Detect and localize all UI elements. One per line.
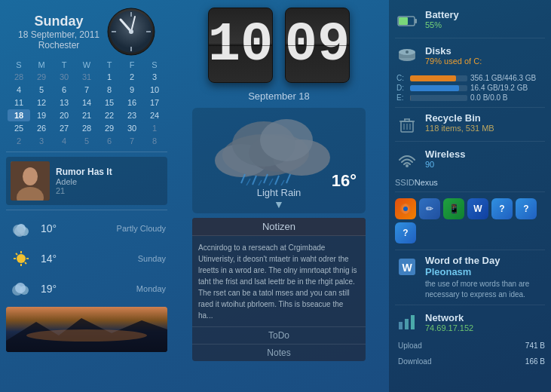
- cal-cell[interactable]: 17: [143, 96, 166, 109]
- wireless-icon: [395, 146, 419, 170]
- cal-cell[interactable]: 30: [53, 71, 75, 83]
- cal-cell[interactable]: 28: [75, 122, 98, 134]
- left-panel: Sunday 18 September, 2011 Rochester: [0, 0, 173, 392]
- cal-cell[interactable]: 8: [98, 84, 121, 96]
- cal-hdr-0: S: [8, 60, 30, 69]
- calendar: S M T W T F S 28 29 30 31 1 2 3 4 5 6 7 …: [8, 60, 166, 147]
- battery-title: Battery: [425, 9, 545, 20]
- wireless-svg-icon: [396, 148, 418, 169]
- notes-body[interactable]: Accnirdog to a rerseach at Crgimbade Uti…: [192, 236, 366, 326]
- cal-cell[interactable]: 16: [121, 96, 143, 109]
- ssid-row: SSID Nexus: [395, 178, 438, 187]
- cal-cell[interactable]: 19: [30, 109, 53, 121]
- disk-used-e: 0.0 B/0.0 B: [469, 93, 545, 103]
- svg-point-10: [23, 167, 38, 185]
- recycle-info: Recycle Bin 118 items, 531 MB: [425, 112, 545, 133]
- disk-row-e: E: 0.0 B/0.0 B: [395, 93, 545, 103]
- date-full: 18 September, 2011: [18, 29, 99, 40]
- weather-temp-0: 10°: [41, 222, 71, 234]
- disks-title: Disks: [425, 45, 545, 57]
- svg-line-42: [269, 179, 273, 185]
- network-icon: [395, 310, 419, 334]
- cal-cell[interactable]: 9: [121, 84, 143, 96]
- cal-cell[interactable]: 27: [53, 122, 75, 134]
- date-area: Sunday 18 September, 2011 Rochester: [0, 0, 173, 56]
- cal-cell[interactable]: 13: [53, 96, 75, 109]
- calendar-header: S M T W T F S: [8, 60, 166, 69]
- cal-cell[interactable]: 25: [8, 122, 30, 134]
- svg-point-16: [17, 254, 26, 263]
- cal-cell[interactable]: 22: [98, 109, 121, 121]
- weather-row-0: 10° Partly Cloudy: [0, 213, 173, 243]
- help-icon-1[interactable]: ?: [491, 198, 513, 219]
- cal-hdr-4: T: [98, 60, 121, 69]
- svg-line-41: [258, 180, 262, 185]
- svg-line-43: [280, 180, 284, 185]
- divider2: [6, 210, 167, 210]
- cal-cell[interactable]: 29: [30, 71, 53, 83]
- weather-temp-big: 16°: [332, 171, 357, 191]
- cal-cell[interactable]: 20: [53, 109, 75, 121]
- cal-cell[interactable]: 11: [8, 96, 30, 109]
- cal-cell[interactable]: 28: [8, 71, 30, 83]
- cal-cell[interactable]: 15: [98, 96, 121, 109]
- day-name: Sunday: [18, 14, 99, 29]
- firefox-icon[interactable]: [395, 198, 416, 219]
- network-download-stats: Download 166 B: [395, 357, 545, 366]
- cal-cell[interactable]: 5: [75, 135, 98, 147]
- cal-cell[interactable]: 1: [143, 122, 166, 134]
- cal-cell[interactable]: 31: [75, 71, 98, 83]
- cal-cell[interactable]: 2: [8, 135, 30, 147]
- svg-point-15: [14, 226, 25, 237]
- city-name: Rochester: [18, 40, 99, 51]
- cal-cell[interactable]: 12: [30, 96, 53, 109]
- cal-cell[interactable]: 5: [30, 84, 53, 96]
- cal-cell[interactable]: 6: [53, 84, 75, 96]
- battery-icon: [395, 9, 419, 33]
- cal-hdr-5: F: [121, 60, 143, 69]
- notes-todo[interactable]: ToDo: [192, 326, 366, 344]
- network-ip: 74.69.17.152: [425, 323, 545, 332]
- cal-cell[interactable]: 1: [98, 71, 121, 83]
- cal-cell[interactable]: 3: [30, 135, 53, 147]
- cal-cell[interactable]: 7: [75, 84, 98, 96]
- cal-cell[interactable]: 26: [30, 122, 53, 134]
- ssid-value: Nexus: [415, 178, 438, 187]
- cal-cell[interactable]: 4: [8, 84, 30, 96]
- disk-label-e: E:: [395, 93, 409, 103]
- phone-icon[interactable]: 📱: [443, 198, 464, 219]
- svg-point-25: [15, 283, 26, 293]
- clock-hour: 10: [208, 8, 273, 83]
- wotd-widget: W Word of the Day Pleonasm the use of mo…: [395, 250, 545, 305]
- disk-used-c: 356.1 GB/446.3 GB: [469, 73, 545, 83]
- wireless-widget: Wireless 90 SSID Nexus: [395, 142, 545, 192]
- edit-icon[interactable]: ✏: [419, 198, 440, 219]
- help-icon-2[interactable]: ?: [516, 198, 537, 219]
- network-info: Network 74.69.17.152: [425, 312, 545, 332]
- clock-minute: 09: [285, 8, 350, 83]
- track-info: Rumor Has It Adele 21: [56, 167, 112, 195]
- svg-line-38: [275, 176, 279, 185]
- upload-value: 741 B: [525, 341, 545, 350]
- cal-cell[interactable]: 29: [98, 122, 121, 134]
- cal-cell[interactable]: 7: [121, 135, 143, 147]
- network-widget: Network 74.69.17.152 Upload 741 B Downlo…: [395, 305, 545, 370]
- cal-cell[interactable]: 6: [98, 135, 121, 147]
- cal-cell[interactable]: 4: [53, 135, 75, 147]
- cal-cell[interactable]: 24: [143, 109, 166, 121]
- svg-point-59: [406, 164, 409, 167]
- track-number: 21: [56, 186, 112, 195]
- svg-point-28: [26, 329, 147, 341]
- cal-cell[interactable]: 10: [143, 84, 166, 96]
- cal-cell[interactable]: 14: [75, 96, 98, 109]
- help-icon-3[interactable]: ?: [395, 222, 416, 243]
- cal-cell[interactable]: 3: [143, 71, 166, 83]
- cal-cell[interactable]: 8: [143, 135, 166, 147]
- cal-cell[interactable]: 30: [121, 122, 143, 134]
- word-icon[interactable]: W: [467, 198, 488, 219]
- cal-cell[interactable]: 23: [121, 109, 143, 121]
- cal-cell[interactable]: 21: [75, 109, 98, 121]
- cal-cell-today[interactable]: 18: [8, 109, 30, 121]
- notes-label[interactable]: Notes: [192, 344, 366, 361]
- cal-cell[interactable]: 2: [121, 71, 143, 83]
